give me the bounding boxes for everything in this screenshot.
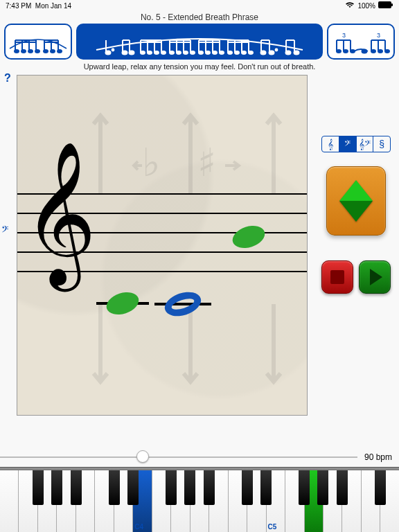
current-phrase-card[interactable] — [76, 24, 323, 60]
svg-point-87 — [362, 50, 367, 53]
battery-icon — [378, 1, 393, 10]
arrow-down-icon — [339, 201, 373, 222]
black-key[interactable] — [71, 470, 82, 505]
segment-option[interactable]: 𝄞𝄢 — [357, 136, 374, 152]
svg-point-45 — [190, 51, 195, 54]
black-key[interactable] — [127, 470, 139, 505]
key-label: C5 — [268, 523, 277, 531]
black-key[interactable] — [299, 470, 310, 505]
svg-point-33 — [154, 51, 159, 54]
svg-point-24 — [123, 51, 127, 55]
play-button[interactable] — [359, 260, 391, 294]
notation-preview-current-icon — [92, 26, 307, 57]
phrase-selector-row: 3 3 — [0, 24, 399, 61]
status-bar: 7:43 PM Mon Jan 14 100% — [0, 0, 399, 11]
svg-point-63 — [242, 51, 246, 54]
svg-rect-1 — [391, 3, 393, 6]
black-key[interactable] — [375, 470, 386, 505]
svg-point-77 — [294, 51, 299, 55]
svg-point-69 — [261, 51, 266, 55]
status-time-date: 7:43 PM Mon Jan 14 — [6, 2, 71, 10]
svg-point-5 — [21, 50, 26, 53]
svg-text:3: 3 — [377, 32, 380, 39]
svg-text:3: 3 — [342, 32, 346, 39]
status-right: 100% — [345, 1, 393, 10]
bpm-label: 90 bpm — [357, 452, 399, 462]
svg-point-35 — [161, 51, 166, 54]
svg-point-3 — [15, 50, 19, 53]
svg-point-55 — [220, 51, 224, 54]
segment-option[interactable]: § — [373, 136, 390, 152]
clef-segmented-control[interactable]: 𝄞𝄢𝄞𝄢§ — [321, 136, 391, 152]
svg-point-53 — [213, 51, 217, 54]
svg-point-21 — [106, 51, 111, 55]
svg-point-51 — [206, 51, 210, 54]
svg-point-65 — [249, 51, 253, 54]
stop-button[interactable] — [321, 260, 353, 294]
stop-icon — [330, 270, 344, 284]
note[interactable] — [161, 287, 204, 320]
black-key[interactable] — [33, 470, 44, 505]
score-area[interactable]: ♭ ♯ 𝄞 — [17, 75, 308, 416]
svg-rect-0 — [378, 1, 391, 8]
svg-point-41 — [177, 51, 181, 54]
svg-point-92 — [378, 50, 382, 53]
notation-preview-prev-icon — [7, 28, 69, 55]
prev-phrase-card[interactable] — [4, 24, 72, 60]
battery-pct: 100% — [357, 2, 375, 10]
svg-point-90 — [371, 50, 375, 53]
black-key[interactable] — [260, 470, 272, 505]
svg-point-13 — [44, 50, 48, 53]
black-key[interactable] — [242, 470, 253, 505]
note[interactable] — [104, 288, 142, 318]
key-label: C4 — [134, 523, 143, 531]
svg-point-26 — [130, 51, 134, 55]
page-title: No. 5 - Extended Breath Phrase — [0, 11, 399, 24]
tempo-slider[interactable] — [0, 456, 357, 459]
tempo-row: 90 bpm — [0, 449, 399, 466]
bg-accidental-icon: ♭ ♯ — [121, 145, 246, 186]
svg-point-59 — [228, 51, 232, 54]
black-key[interactable] — [109, 470, 120, 505]
svg-point-31 — [148, 51, 152, 54]
svg-point-61 — [235, 51, 239, 54]
svg-point-73 — [276, 49, 278, 51]
svg-point-29 — [141, 51, 145, 54]
wifi-icon — [345, 1, 355, 10]
next-phrase-card[interactable]: 3 3 — [327, 24, 395, 60]
bg-arrow-icon — [260, 103, 287, 200]
black-key[interactable] — [204, 470, 215, 505]
svg-point-94 — [385, 50, 389, 53]
black-key[interactable] — [184, 470, 195, 505]
svg-point-22 — [112, 49, 114, 51]
piano-keyboard[interactable]: C4C5 — [0, 467, 399, 532]
bg-arrow-icon — [260, 297, 287, 394]
svg-point-43 — [184, 51, 188, 54]
svg-point-7 — [28, 50, 33, 53]
black-key[interactable] — [337, 470, 348, 505]
black-key[interactable] — [166, 470, 177, 505]
help-icon[interactable]: ? — [4, 72, 11, 85]
svg-point-71 — [269, 51, 274, 55]
svg-point-81 — [337, 50, 341, 53]
bg-arrow-icon — [177, 103, 204, 200]
instruction-text: Upward leap, relax any tension you may f… — [0, 61, 399, 72]
svg-text:♭: ♭ — [142, 145, 160, 184]
treble-clef-icon: 𝄞 — [23, 152, 96, 276]
transpose-up-down-button[interactable] — [326, 166, 386, 236]
svg-point-75 — [286, 51, 291, 55]
white-key[interactable] — [0, 470, 19, 532]
svg-point-83 — [344, 50, 348, 53]
play-icon — [370, 269, 382, 285]
staff: 𝄞 — [17, 193, 307, 290]
segment-option[interactable]: 𝄢 — [339, 136, 357, 152]
segment-option[interactable]: 𝄞 — [322, 136, 339, 152]
black-key[interactable] — [51, 470, 62, 505]
notation-preview-next-icon: 3 3 — [330, 28, 392, 55]
svg-point-17 — [57, 50, 62, 53]
arrow-up-icon — [339, 180, 373, 201]
svg-point-39 — [170, 51, 174, 54]
bass-clef-icon[interactable]: 𝄢 — [1, 224, 8, 237]
black-key[interactable] — [317, 470, 328, 505]
svg-point-9 — [35, 50, 39, 53]
